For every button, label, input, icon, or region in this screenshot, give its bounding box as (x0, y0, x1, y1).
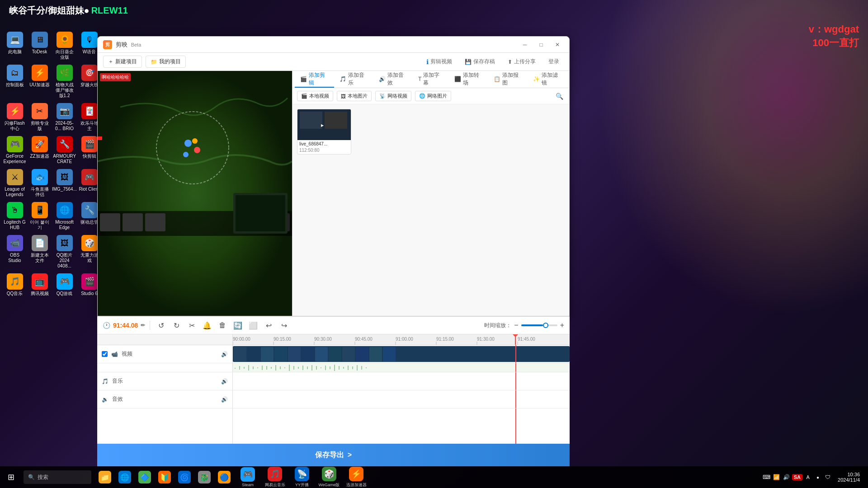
tray-icon-1[interactable]: ⌨ (762, 473, 771, 482)
tray-lang-indicator[interactable]: A (803, 473, 812, 482)
desktop-icon-logitech[interactable]: 🖱 Logitech G HUB (2, 200, 27, 233)
network-video-button[interactable]: 📡 网络视频 (375, 91, 411, 101)
speed-plus-button[interactable]: + (560, 321, 564, 329)
desktop-icon-controlpanel[interactable]: 🗂 控制面板 (2, 62, 27, 101)
start-button[interactable]: ⊞ (0, 466, 22, 488)
desktop-icon-flash[interactable]: ⚡ 闪修Flash中心 (2, 101, 27, 134)
tray-icon-5[interactable]: 🛡 (823, 473, 832, 482)
desktop-icon-armoury[interactable]: 🔧 ARMOURY CRATE (52, 134, 77, 167)
video-player[interactable]: 啊哈哈哈哈哈 ⏮ ⏸ ⏭ 91:44.08/112:50.80 ⛶ (98, 71, 292, 316)
export-bar[interactable]: 保存导出 > (97, 444, 570, 466)
video-track-content[interactable] (233, 345, 570, 363)
steam-app-item[interactable]: 🎮 Steam (234, 466, 261, 488)
desktop-icon-qqmusic[interactable]: 🎵 QQ音乐 (2, 271, 27, 299)
speed-slider-thumb[interactable] (543, 323, 548, 328)
desktop-icon-img[interactable]: 🖼 IMG_7564... (52, 167, 77, 200)
sfx-volume-icon[interactable]: 🔊 (221, 396, 228, 403)
video-area: 啊哈哈哈哈哈 ⏮ ⏸ ⏭ 91:44.08/112:50.80 ⛶ (98, 71, 292, 316)
tray-icon-2[interactable]: 📶 (772, 473, 781, 482)
save-draft-btn[interactable]: 💾 保存存稿 (460, 56, 500, 67)
wegame-app-item[interactable]: 🎲 WeGame版 (316, 466, 343, 488)
music-icon: 🎵 (102, 378, 108, 385)
my-projects-button[interactable]: 📁 我的项目 (146, 56, 186, 68)
tray-icon-4[interactable]: ● (813, 473, 822, 482)
svg-rect-8 (123, 213, 143, 231)
network-image-button[interactable]: 🌐 网络图片 (415, 91, 451, 101)
desktop-icon-todesk[interactable]: 🖥 ToDesk (27, 29, 52, 62)
tab-add-subtitle[interactable]: T 添加字幕 (413, 71, 449, 88)
desktop-icon-douyu[interactable]: 🐟 斗鱼直播伴侣 (27, 167, 52, 200)
desktop-icon-geforce[interactable]: 🎮 GeForce Experience (2, 134, 27, 167)
copy-tool-button[interactable]: ⬜ (247, 319, 259, 332)
tab-add-transition[interactable]: ⬛ 添加转场 (449, 71, 488, 88)
cut-tool-button[interactable]: ✂ (185, 319, 198, 332)
tab-add-clip[interactable]: 🎬 添加剪辑 (295, 71, 334, 88)
taskbar-search[interactable]: 🔍 搜索 (24, 470, 91, 484)
desktop-icon-korean[interactable]: 📱 이어 붙이기 (27, 200, 52, 233)
clip-video-btn[interactable]: ℹ 剪辑视频 (422, 56, 457, 67)
taskbar-app-browser3[interactable]: 🌀 (175, 466, 194, 488)
new-project-button[interactable]: ＋ 新建项目 (103, 56, 142, 68)
desktop-icon-pvz[interactable]: 🌿 植物大战僵尸修改版1.2 (52, 62, 77, 101)
undo2-tool-button[interactable]: ↩ (262, 319, 275, 332)
music-volume-icon[interactable]: 🔊 (221, 378, 228, 385)
video-volume-icon[interactable]: 🔊 (221, 351, 228, 357)
taskbar-app-browser2[interactable]: 🔷 (135, 466, 155, 488)
desktop-icon-zz[interactable]: 🚀 ZZ加速器 (27, 134, 52, 167)
undo-tool-button[interactable]: ↺ (155, 319, 167, 332)
network-image-icon: 🌐 (419, 93, 425, 99)
upload-btn[interactable]: ⬆ 上传分享 (503, 56, 540, 67)
close-button[interactable]: ✕ (551, 40, 564, 49)
export-button-text[interactable]: 保存导出 > (315, 450, 352, 460)
login-btn[interactable]: 登录 (544, 56, 564, 67)
maximize-button[interactable]: □ (535, 40, 547, 49)
tab-add-screenshot[interactable]: 📋 添加报图 (488, 71, 528, 88)
desktop-icon-sunflower[interactable]: 🌻 向日葵企业版 (52, 29, 77, 62)
video-clip[interactable] (233, 346, 570, 362)
game-scene-svg (98, 71, 292, 316)
minimize-button[interactable]: ─ (519, 40, 531, 49)
desktop-icon-obs[interactable]: 📹 OBS Studio (2, 233, 27, 271)
video-track-checkbox[interactable] (102, 351, 108, 357)
desktop-icon-tengxun[interactable]: 📺 腾讯视频 (27, 271, 52, 299)
netease-music-app-item[interactable]: 🎵 网易云音乐 (261, 466, 288, 488)
sfx-track-content[interactable] (233, 390, 570, 408)
replace-tool-button[interactable]: 🔄 (231, 319, 244, 332)
search-placeholder: 搜索 (38, 474, 48, 481)
media-item-1[interactable]: ▶ live_686847... 112:50:80 (297, 109, 351, 155)
delete-tool-button[interactable]: 🗑 (216, 319, 229, 332)
desktop-icon-computer[interactable]: 💻 此电脑 (2, 29, 27, 62)
music-track-content[interactable] (233, 372, 570, 390)
tab-add-filter[interactable]: ✨ 添加滤镜 (528, 71, 567, 88)
desktop-icon-uu[interactable]: ⚡ UU加速器 (27, 62, 52, 101)
desktop-icon-qqgame[interactable]: 🎮 QQ游戏 (52, 271, 77, 299)
pvz-icon: 🌿 (57, 65, 73, 81)
speed-minus-button[interactable]: − (514, 321, 518, 329)
qqimg-icon: 🖼 (57, 235, 73, 251)
tray-icon-3[interactable]: 🔊 (782, 473, 791, 482)
taskbar-app-security[interactable]: 🔰 (155, 466, 175, 488)
tab-add-music[interactable]: 🎵 添加音乐 (334, 71, 373, 88)
curve-tool-button[interactable]: ↻ (170, 319, 183, 332)
xunyou-app-item[interactable]: ⚡ 迅游加速器 (343, 466, 370, 488)
local-video-button[interactable]: 🎬 本地视频 (297, 91, 333, 101)
bell-tool-button[interactable]: 🔔 (201, 319, 213, 332)
desktop-icon-brio[interactable]: 📷 2024-05-0... BRIO (52, 101, 77, 134)
taskbar-app-file-explorer[interactable]: 📁 (95, 466, 115, 488)
taskbar-app-browser1[interactable]: 🌐 (115, 466, 135, 488)
taskbar-app-media[interactable]: 🐉 (194, 466, 214, 488)
desktop-icon-qqimg[interactable]: 🖼 QQ图片2024 0408... (52, 233, 77, 271)
tab-add-effect[interactable]: 🔊 添加音效 (373, 71, 413, 88)
taskbar-app-tool1[interactable]: 🔵 (214, 466, 234, 488)
yy-app-item[interactable]: 📡 YY开播 (288, 466, 316, 488)
desktop-icon-jianying[interactable]: ✂ 剪映专业版 (27, 101, 52, 134)
search-button[interactable]: 🔍 (554, 91, 565, 101)
desktop-icon-lol[interactable]: ⚔ League of Legends (2, 167, 27, 200)
local-image-button[interactable]: 🖼 本地图片 (337, 91, 372, 101)
taskbar-clock[interactable]: 10:36 2024/11/4 (834, 472, 863, 483)
desktop-icon-textfile[interactable]: 📄 新建文本文件 (27, 233, 52, 271)
desktop-icon-edge[interactable]: 🌐 Microsoft Edge (52, 200, 77, 233)
edit-time-icon[interactable]: ✏ (141, 322, 145, 328)
speed-slider-track[interactable] (521, 324, 557, 326)
redo-tool-button[interactable]: ↪ (278, 319, 290, 332)
